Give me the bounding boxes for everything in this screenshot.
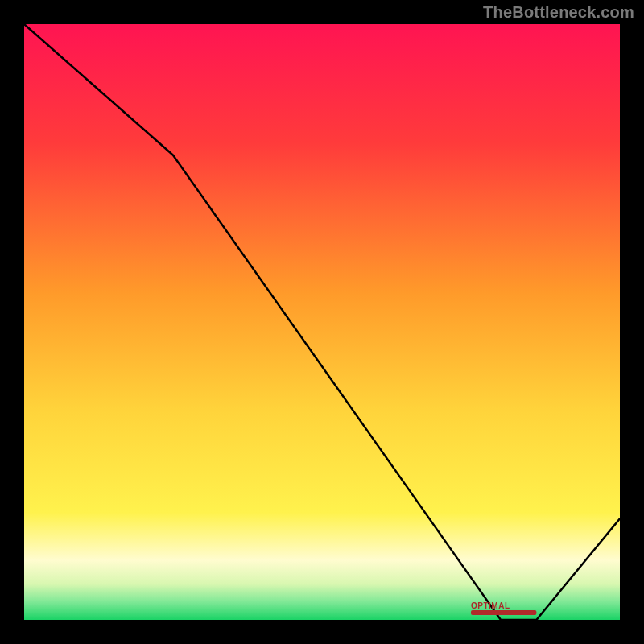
- chart-container: TheBottleneck.com OPTIMAL: [0, 0, 644, 644]
- chart-svg: [24, 24, 620, 620]
- plot-area: [20, 20, 624, 624]
- optimal-label: OPTIMAL: [471, 601, 510, 610]
- gradient-bg: [24, 24, 620, 620]
- watermark-text: TheBottleneck.com: [483, 3, 634, 22]
- optimal-marker: [471, 610, 536, 615]
